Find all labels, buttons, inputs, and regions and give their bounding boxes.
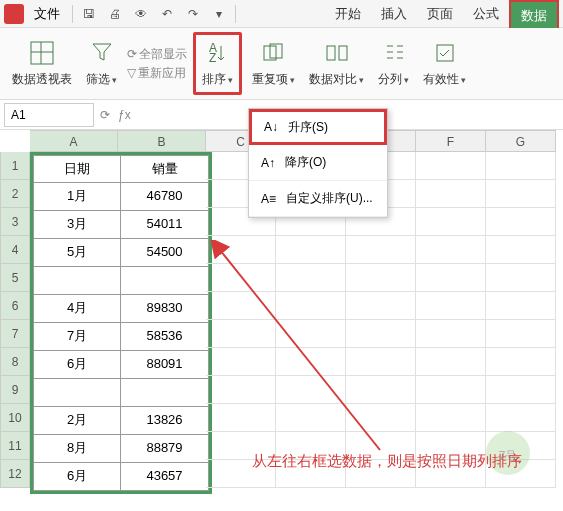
empty-cell[interactable] — [206, 292, 276, 320]
empty-cell[interactable] — [486, 376, 556, 404]
dropdown-icon[interactable]: ▾ — [207, 2, 231, 26]
data-cell[interactable]: 43657 — [121, 463, 209, 491]
tab-data[interactable]: 数据 — [509, 0, 559, 28]
empty-cell[interactable] — [276, 320, 346, 348]
row-header-12[interactable]: 12 — [0, 460, 30, 488]
empty-cell[interactable] — [206, 404, 276, 432]
empty-cell[interactable] — [486, 208, 556, 236]
data-cell[interactable]: 5月 — [33, 239, 121, 267]
empty-cell[interactable] — [276, 236, 346, 264]
data-cell[interactable] — [33, 379, 121, 407]
header-cell[interactable]: 销量 — [121, 155, 209, 183]
empty-cell[interactable] — [486, 292, 556, 320]
empty-cell[interactable] — [486, 264, 556, 292]
empty-cell[interactable] — [206, 320, 276, 348]
sort-custom-item[interactable]: A≡ 自定义排序(U)... — [249, 181, 387, 217]
redo-icon[interactable]: ↷ — [181, 2, 205, 26]
data-cell[interactable]: 3月 — [33, 211, 121, 239]
empty-cell[interactable] — [416, 208, 486, 236]
row-header-10[interactable]: 10 — [0, 404, 30, 432]
save-icon[interactable]: 🖫 — [77, 2, 101, 26]
empty-cell[interactable] — [486, 320, 556, 348]
data-cell[interactable] — [33, 267, 121, 295]
empty-cell[interactable] — [486, 348, 556, 376]
showall-button[interactable]: ⟳全部显示 — [127, 46, 187, 63]
empty-cell[interactable] — [276, 292, 346, 320]
data-cell[interactable]: 88879 — [121, 435, 209, 463]
tab-insert[interactable]: 插入 — [371, 0, 417, 28]
col-header-G[interactable]: G — [486, 130, 556, 152]
tab-page[interactable]: 页面 — [417, 0, 463, 28]
data-cell[interactable]: 46780 — [121, 183, 209, 211]
data-cell[interactable]: 4月 — [33, 295, 121, 323]
data-cell[interactable]: 54011 — [121, 211, 209, 239]
tab-formula[interactable]: 公式 — [463, 0, 509, 28]
valid-button[interactable]: 有效性 — [419, 37, 470, 90]
empty-cell[interactable] — [276, 348, 346, 376]
data-cell[interactable]: 13826 — [121, 407, 209, 435]
header-cell[interactable]: 日期 — [33, 155, 121, 183]
tab-start[interactable]: 开始 — [325, 0, 371, 28]
empty-cell[interactable] — [276, 264, 346, 292]
row-header-9[interactable]: 9 — [0, 376, 30, 404]
col-header-F[interactable]: F — [416, 130, 486, 152]
empty-cell[interactable] — [346, 404, 416, 432]
empty-cell[interactable] — [416, 180, 486, 208]
selected-range[interactable]: 日期销量1月467803月540115月545004月898307月585366… — [30, 152, 212, 494]
data-cell[interactable]: 8月 — [33, 435, 121, 463]
compare-button[interactable]: 数据对比 — [305, 37, 368, 90]
split-button[interactable]: 分列 — [374, 37, 413, 90]
row-header-8[interactable]: 8 — [0, 348, 30, 376]
empty-cell[interactable] — [416, 320, 486, 348]
data-cell[interactable] — [121, 267, 209, 295]
row-header-1[interactable]: 1 — [0, 152, 30, 180]
data-cell[interactable]: 1月 — [33, 183, 121, 211]
data-cell[interactable]: 89830 — [121, 295, 209, 323]
col-header-B[interactable]: B — [118, 130, 206, 152]
empty-cell[interactable] — [486, 236, 556, 264]
empty-cell[interactable] — [346, 320, 416, 348]
row-header-7[interactable]: 7 — [0, 320, 30, 348]
sort-asc-item[interactable]: A↓ 升序(S) — [249, 109, 387, 145]
row-header-5[interactable]: 5 — [0, 264, 30, 292]
filter-button[interactable]: 筛选 — [82, 37, 121, 90]
row-header-2[interactable]: 2 — [0, 180, 30, 208]
dup-button[interactable]: 重复项 — [248, 37, 299, 90]
sort-desc-item[interactable]: A↑ 降序(O) — [249, 145, 387, 181]
data-cell[interactable]: 6月 — [33, 351, 121, 379]
empty-cell[interactable] — [416, 348, 486, 376]
col-header-A[interactable]: A — [30, 130, 118, 152]
empty-cell[interactable] — [276, 404, 346, 432]
empty-cell[interactable] — [206, 348, 276, 376]
row-header-6[interactable]: 6 — [0, 292, 30, 320]
empty-cell[interactable] — [486, 180, 556, 208]
file-menu[interactable]: 文件 — [26, 5, 68, 23]
data-cell[interactable]: 6月 — [33, 463, 121, 491]
pivot-button[interactable]: 数据透视表 — [8, 37, 76, 90]
empty-cell[interactable] — [276, 376, 346, 404]
empty-cell[interactable] — [416, 376, 486, 404]
empty-cell[interactable] — [346, 292, 416, 320]
print-icon[interactable]: 🖨 — [103, 2, 127, 26]
empty-cell[interactable] — [346, 376, 416, 404]
data-cell[interactable]: 58536 — [121, 323, 209, 351]
preview-icon[interactable]: 👁 — [129, 2, 153, 26]
empty-cell[interactable] — [346, 236, 416, 264]
data-cell[interactable]: 7月 — [33, 323, 121, 351]
row-header-11[interactable]: 11 — [0, 432, 30, 460]
empty-cell[interactable] — [416, 152, 486, 180]
empty-cell[interactable] — [206, 264, 276, 292]
sort-button[interactable]: AZ 排序 — [193, 32, 242, 95]
empty-cell[interactable] — [206, 236, 276, 264]
empty-cell[interactable] — [416, 236, 486, 264]
empty-cell[interactable] — [486, 152, 556, 180]
name-box[interactable]: A1 — [4, 103, 94, 127]
data-cell[interactable]: 88091 — [121, 351, 209, 379]
empty-cell[interactable] — [416, 264, 486, 292]
empty-cell[interactable] — [416, 292, 486, 320]
fx-icon[interactable]: ƒx — [118, 108, 131, 122]
empty-cell[interactable] — [206, 376, 276, 404]
undo-icon[interactable]: ↶ — [155, 2, 179, 26]
empty-cell[interactable] — [346, 348, 416, 376]
data-cell[interactable] — [121, 379, 209, 407]
